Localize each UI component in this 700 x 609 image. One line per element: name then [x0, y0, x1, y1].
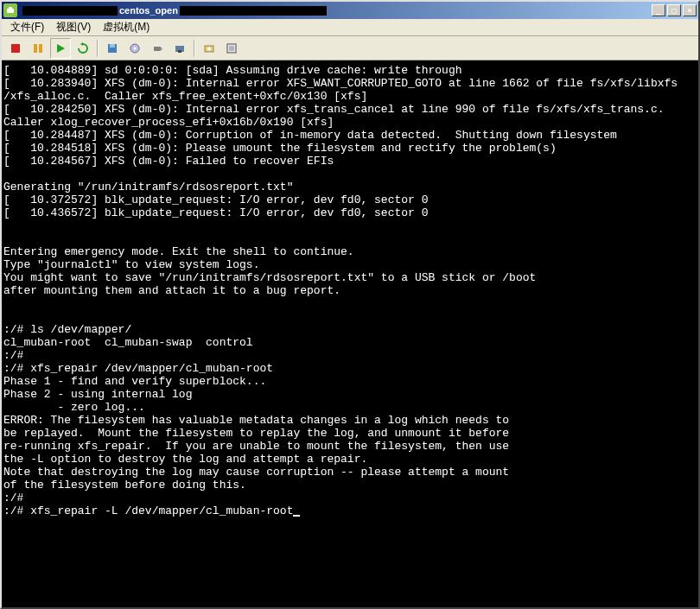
usb-button[interactable]: [147, 38, 168, 59]
menu-vm[interactable]: 虚拟机(M): [98, 18, 155, 36]
text-cursor: [293, 515, 300, 517]
vm-console-area[interactable]: [ 10.084889] sd 0:0:0:0: [sda] Assuming …: [2, 60, 698, 607]
svg-rect-2: [11, 44, 20, 53]
window-buttons: _ □ ×: [652, 4, 697, 16]
svg-rect-12: [161, 48, 162, 50]
minimize-button[interactable]: _: [652, 4, 665, 16]
reset-button[interactable]: [73, 38, 93, 59]
snapshot-button[interactable]: [199, 38, 220, 59]
play-button[interactable]: [50, 38, 71, 59]
menu-file[interactable]: 文件(F): [5, 18, 49, 36]
vm-console-window: centos_open _ □ × 文件(F) 视图(V) 虚拟机(M) [ 1…: [0, 0, 700, 609]
fullscreen-button[interactable]: [221, 38, 242, 59]
svg-marker-6: [80, 42, 83, 46]
toolbar-separator: [97, 40, 99, 57]
close-button[interactable]: ×: [683, 4, 697, 16]
svg-rect-8: [110, 44, 115, 48]
svg-rect-14: [178, 50, 181, 53]
toolbar: [2, 36, 698, 60]
menubar: 文件(F) 视图(V) 虚拟机(M): [2, 19, 698, 36]
maximize-button[interactable]: □: [667, 4, 681, 16]
window-title: centos_open: [21, 5, 652, 16]
toolbar-separator: [194, 40, 195, 57]
svg-marker-5: [57, 44, 65, 53]
nic-button[interactable]: [169, 38, 190, 59]
svg-rect-3: [34, 44, 37, 53]
floppy-button[interactable]: [102, 38, 123, 59]
cd-button[interactable]: [124, 38, 145, 59]
menu-view[interactable]: 视图(V): [51, 18, 96, 36]
pause-button[interactable]: [28, 38, 48, 59]
svg-rect-0: [7, 9, 14, 13]
stop-button[interactable]: [5, 38, 26, 59]
svg-rect-11: [154, 47, 161, 51]
titlebar[interactable]: centos_open _ □ ×: [2, 2, 698, 19]
svg-point-16: [207, 47, 211, 50]
svg-point-10: [134, 47, 137, 49]
app-icon: [3, 3, 17, 17]
svg-rect-1: [9, 7, 12, 9]
svg-rect-18: [229, 46, 234, 51]
svg-rect-4: [39, 44, 42, 53]
